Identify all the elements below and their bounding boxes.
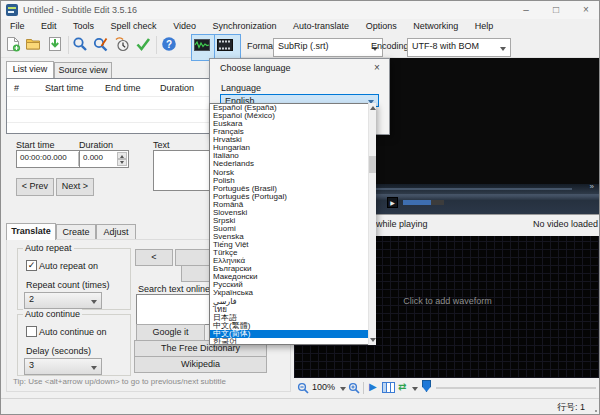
language-option[interactable]: Slovenski <box>210 209 368 217</box>
encoding-select[interactable]: UTF-8 with BOM <box>407 38 511 57</box>
auto-repeat-checkbox[interactable]: ✓ <box>26 260 37 271</box>
tab-adjust[interactable]: Adjust <box>96 224 136 240</box>
tab-source-view[interactable]: Source view <box>54 62 112 78</box>
find-icon[interactable] <box>72 36 90 54</box>
menu-options[interactable]: Options <box>359 19 404 33</box>
wave-zoom-in-icon[interactable] <box>348 382 360 396</box>
tab-create[interactable]: Create <box>56 224 96 240</box>
language-option[interactable]: Français <box>210 128 368 136</box>
menu-synchronization[interactable]: Synchronization <box>206 19 284 33</box>
auto-repeat-group: Auto repeat ✓ Auto repeat on Repeat coun… <box>17 248 131 310</box>
spell-check-icon[interactable] <box>135 36 153 54</box>
dialog-title: Choose language <box>220 63 291 73</box>
wave-zoom-out-icon[interactable] <box>297 382 309 396</box>
language-option[interactable]: Nederlands <box>210 160 368 168</box>
language-option[interactable]: Suomi <box>210 225 368 233</box>
chevron-down-icon <box>91 300 97 304</box>
language-option[interactable]: 日本語 <box>210 314 368 322</box>
help-icon[interactable]: ? <box>161 36 179 54</box>
delay-select[interactable]: 3 <box>24 358 102 375</box>
repeat-count-select[interactable]: 2 <box>24 292 102 309</box>
replace-icon[interactable] <box>93 36 111 54</box>
language-option[interactable]: 中文(繁體) <box>210 322 368 330</box>
tab-translate[interactable]: Translate <box>6 223 56 240</box>
language-option[interactable]: Euskara <box>210 120 368 128</box>
language-option[interactable]: Македонски <box>210 273 368 281</box>
wave-zoom-value[interactable]: 100% <box>312 382 335 392</box>
toggle-video-icon[interactable] <box>214 34 241 61</box>
resize-grip[interactable] <box>595 410 597 412</box>
language-option[interactable]: Русский <box>210 281 368 289</box>
wave-sync-scroll-icon[interactable]: ⇄ <box>398 381 406 392</box>
video-screen[interactable] <box>373 58 600 184</box>
language-dropdown-list: Español (España)Español (México)EuskaraF… <box>209 103 376 345</box>
menu-help[interactable]: Help <box>468 19 501 33</box>
scrollbar-thumb[interactable] <box>369 156 376 173</box>
language-option[interactable]: ไทย <box>210 306 368 314</box>
maximize-button[interactable]: □ <box>541 1 571 19</box>
tab-list-view[interactable]: List view <box>6 61 54 78</box>
toolbar-separator <box>156 36 157 54</box>
status-bar: 行号: 1 <box>1 398 600 415</box>
menu-spell-check[interactable]: Spell check <box>104 19 164 33</box>
chevron-down-icon[interactable] <box>340 387 346 391</box>
language-option[interactable]: 한국어 <box>210 338 368 345</box>
video-seek-bar[interactable]: » <box>373 184 600 194</box>
next-button[interactable]: Next > <box>56 178 94 196</box>
seek-track[interactable] <box>376 188 572 190</box>
language-option[interactable]: Български <box>210 265 368 273</box>
waveform-position-marker[interactable] <box>422 380 431 392</box>
col-end-time: End time <box>105 83 141 93</box>
duration-stepper[interactable] <box>117 152 127 166</box>
language-option[interactable]: 中文(简体) <box>210 330 368 338</box>
wave-columns-icon[interactable] <box>382 381 395 396</box>
language-option[interactable]: Hrvatski <box>210 136 368 144</box>
language-option[interactable]: Svenska <box>210 233 368 241</box>
format-select[interactable]: SubRip (.srt) <box>273 38 383 57</box>
video-play-button[interactable]: ▶ <box>387 197 398 208</box>
language-option[interactable]: Español (México) <box>210 112 368 120</box>
wave-play-icon[interactable]: ▶ <box>369 381 377 392</box>
menu-auto-translate[interactable]: Auto-translate <box>286 19 356 33</box>
chevron-down-icon[interactable] <box>412 387 418 391</box>
menu-video[interactable]: Video <box>166 19 203 33</box>
minimize-button[interactable]: – <box>511 1 541 19</box>
new-file-icon[interactable] <box>5 36 23 54</box>
format-value: SubRip (.srt) <box>278 41 329 51</box>
volume-slider[interactable] <box>403 200 431 205</box>
menu-edit[interactable]: Edit <box>34 19 64 33</box>
save-icon[interactable] <box>47 36 65 54</box>
language-option[interactable]: Italiano <box>210 152 368 160</box>
language-option[interactable]: Norsk <box>210 169 368 177</box>
language-option[interactable]: Hungarian <box>210 144 368 152</box>
language-option[interactable]: Ελληνικά <box>210 257 368 265</box>
language-option[interactable]: Português (Portugal) <box>210 193 368 201</box>
visual-sync-icon[interactable] <box>114 36 132 54</box>
menu-networking[interactable]: Networking <box>406 19 465 33</box>
volume-slider-remainder[interactable] <box>431 200 444 205</box>
language-option[interactable]: Română <box>210 201 368 209</box>
language-option[interactable]: Tiếng Việt <box>210 241 368 249</box>
language-option[interactable]: Polish <box>210 177 368 185</box>
wikipedia-button[interactable]: Wikipedia <box>134 356 267 373</box>
language-option[interactable]: Español (España) <box>210 104 368 112</box>
dialog-close-icon[interactable]: × <box>368 61 386 75</box>
language-option[interactable]: Українська <box>210 289 368 297</box>
google-it-button[interactable]: Google it <box>136 324 205 341</box>
language-option[interactable]: Português (Brasil) <box>210 185 368 193</box>
scroll-down-icon[interactable] <box>370 338 376 342</box>
prev-button[interactable]: < Prev <box>16 178 54 196</box>
scroll-up-icon[interactable] <box>370 106 376 110</box>
auto-continue-checkbox[interactable] <box>26 326 37 337</box>
menu-file[interactable]: File <box>3 19 32 33</box>
play-back-button[interactable]: < <box>135 249 173 266</box>
open-file-icon[interactable] <box>25 36 43 54</box>
duration-input[interactable]: 0.000 <box>79 150 129 168</box>
close-button[interactable]: × <box>571 1 600 19</box>
menu-tools[interactable]: Tools <box>66 19 101 33</box>
language-option[interactable]: فارسي <box>210 298 368 306</box>
language-option[interactable]: Srpski <box>210 217 368 225</box>
waveform-position-track[interactable] <box>436 387 596 389</box>
dropdown-scrollbar[interactable] <box>368 103 376 345</box>
language-option[interactable]: Türkçe <box>210 249 368 257</box>
